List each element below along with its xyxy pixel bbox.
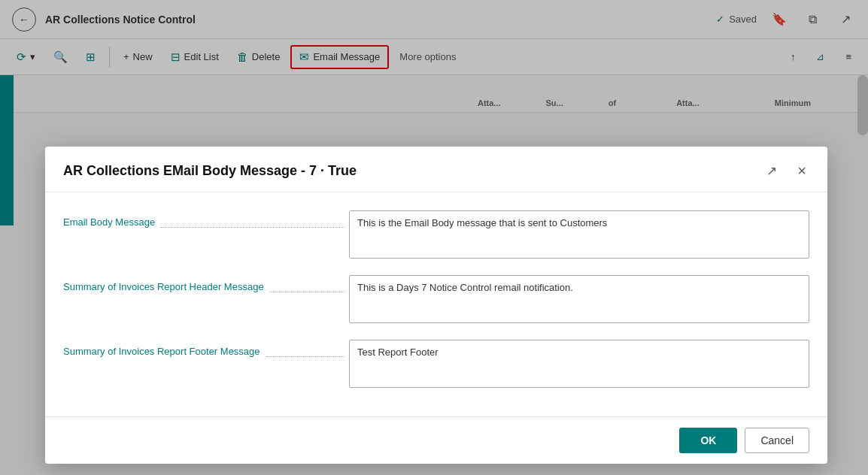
- dialog-header: AR Collections EMail Body Message - 7 · …: [45, 147, 827, 192]
- summary-footer-label-text: Summary of Invoices Report Footer Messag…: [63, 346, 260, 357]
- dialog-body: Email Body Message This is the Email Bod…: [45, 192, 827, 416]
- field-row-email-body: Email Body Message This is the Email Bod…: [63, 210, 809, 259]
- email-body-dots: [161, 227, 344, 228]
- dialog-title: AR Collections EMail Body Message - 7 · …: [63, 163, 357, 179]
- dialog-header-icons: ↗ ×: [761, 160, 812, 181]
- summary-footer-dots: [266, 356, 344, 357]
- email-body-label: Email Body Message: [63, 210, 349, 228]
- email-body-dialog: AR Collections EMail Body Message - 7 · …: [45, 147, 827, 464]
- cancel-button[interactable]: Cancel: [745, 428, 809, 453]
- summary-header-label-text: Summary of Invoices Report Header Messag…: [63, 281, 264, 292]
- dialog-footer: OK Cancel: [45, 416, 827, 464]
- dialog-expand-button[interactable]: ↗: [761, 160, 782, 181]
- summary-header-dots: [270, 292, 344, 292]
- summary-footer-label: Summary of Invoices Report Footer Messag…: [63, 340, 349, 357]
- field-row-summary-footer: Summary of Invoices Report Footer Messag…: [63, 340, 809, 388]
- field-row-summary-header: Summary of Invoices Report Header Messag…: [63, 275, 809, 323]
- summary-header-label: Summary of Invoices Report Header Messag…: [63, 275, 349, 292]
- email-body-message-field[interactable]: This is the Email Body message that is s…: [349, 210, 809, 259]
- email-body-label-text: Email Body Message: [63, 216, 155, 228]
- ok-button[interactable]: OK: [679, 428, 737, 453]
- summary-header-message-field[interactable]: This is a Days 7 Notice Control remail n…: [349, 275, 809, 323]
- summary-footer-message-field[interactable]: Test Report Footer: [349, 340, 809, 388]
- dialog-close-button[interactable]: ×: [791, 160, 812, 181]
